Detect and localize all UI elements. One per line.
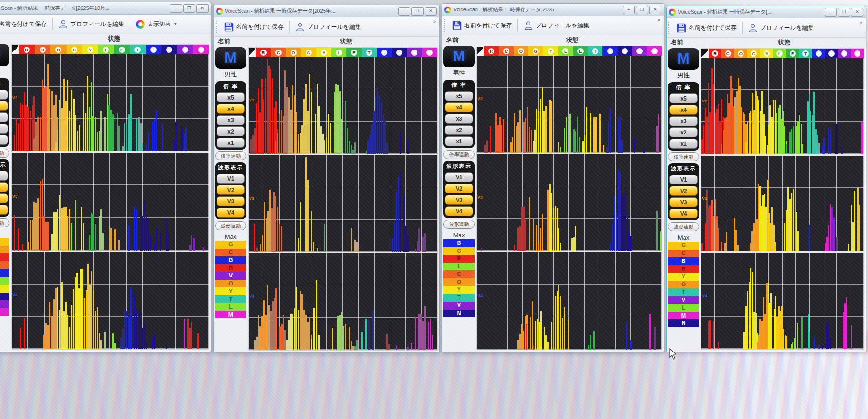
waveform-button-V1[interactable]: V1 xyxy=(669,175,698,184)
chip-letter: B xyxy=(607,48,613,54)
scale-button-x3[interactable]: x3 xyxy=(445,114,473,124)
scale-button-x1[interactable]: x1 xyxy=(669,139,698,149)
scale-link-button[interactable]: 倍率連動 xyxy=(443,150,475,159)
spectrum-bar xyxy=(555,206,556,251)
waveform-link-button[interactable]: 波形連動 xyxy=(668,222,699,231)
waveform-button-V2[interactable]: V2 xyxy=(0,182,8,192)
minimize-button[interactable]: – xyxy=(398,7,410,16)
scale-link-button[interactable]: 倍率連動 xyxy=(215,151,246,160)
spectrum-bar xyxy=(610,108,611,153)
spectrum-bar xyxy=(63,207,65,250)
save-as-button[interactable]: 名前を付けて保存 xyxy=(674,21,739,34)
minimize-button[interactable]: – xyxy=(623,6,635,14)
toolbar-grip[interactable] xyxy=(668,22,671,34)
scale-button-x1[interactable]: x1 xyxy=(0,135,8,145)
minimize-button[interactable]: – xyxy=(825,8,837,17)
scale-button-x2[interactable]: x2 xyxy=(217,126,245,136)
scale-button-x5[interactable]: x5 xyxy=(217,92,245,102)
scale-button-x3[interactable]: x3 xyxy=(0,112,8,122)
spectrum-bar xyxy=(517,122,519,153)
spectrum-bar xyxy=(175,122,177,152)
waveform-button-V3[interactable]: V3 xyxy=(445,195,473,205)
max-legend-chip-B: B xyxy=(668,257,699,265)
waveform-button-V3[interactable]: V3 xyxy=(217,196,245,206)
spectrum-bar xyxy=(67,333,68,349)
edit-profile-button[interactable]: プロフィールを編集 xyxy=(56,17,127,31)
toolbar-grip[interactable] xyxy=(444,19,447,32)
scale-panel: 倍 率 x5x4x3x2x1 xyxy=(668,82,699,151)
toolbar-overflow-chevron[interactable]: » xyxy=(656,17,662,23)
scale-button-x4[interactable]: x4 xyxy=(669,105,698,115)
spectrum-bar xyxy=(57,130,58,151)
waveform-button-V2[interactable]: V2 xyxy=(217,185,245,195)
waveform-link-button[interactable]: 波形連動 xyxy=(215,221,246,230)
waveform-button-V2[interactable]: V2 xyxy=(669,186,698,196)
waveform-button-V4[interactable]: V4 xyxy=(217,208,245,218)
view-toggle-button[interactable]: 表示切替 ▼ xyxy=(133,18,180,31)
waveform-button-V4[interactable]: V4 xyxy=(445,206,473,216)
close-button[interactable]: ✕ xyxy=(649,6,661,14)
scale-button-x2[interactable]: x2 xyxy=(669,127,698,137)
waveform-button-V2[interactable]: V2 xyxy=(445,184,473,193)
spectrum-bar xyxy=(97,144,98,152)
close-button[interactable]: ✕ xyxy=(425,7,437,16)
maximize-button[interactable]: ❐ xyxy=(411,7,424,16)
save-as-button[interactable]: 名前を付けて保存 xyxy=(221,20,286,34)
scale-button-x4[interactable]: x4 xyxy=(217,104,245,114)
scale-button-x3[interactable]: x3 xyxy=(217,115,245,125)
spectrum-bar xyxy=(499,117,501,152)
waveform-button-V1[interactable]: V1 xyxy=(0,171,8,181)
titlebar[interactable]: VoiceScan - 解析結果 一時保存データ[2025年... – ❐ ✕ xyxy=(214,5,439,17)
chip-letter: B xyxy=(150,47,157,53)
close-button[interactable]: ✕ xyxy=(196,4,209,13)
maximize-button[interactable]: ❐ xyxy=(838,8,850,17)
minimize-button[interactable]: – xyxy=(170,4,182,13)
toolbar-grip[interactable] xyxy=(216,21,218,33)
waveform-button-V4[interactable]: V4 xyxy=(0,205,8,215)
save-as-button[interactable]: 名前を付けて保存 xyxy=(0,17,50,31)
titlebar[interactable]: VoiceScan - 解析結果 一時保存データ[... – ❐ ✕ xyxy=(667,6,866,18)
close-button[interactable]: ✕ xyxy=(851,8,863,17)
scale-link-button[interactable]: 倍率連動 xyxy=(0,149,9,158)
spectrum-panel-V4: V4 xyxy=(249,253,437,350)
scale-button-x5[interactable]: x5 xyxy=(0,90,8,100)
waveform-button-V1[interactable]: V1 xyxy=(445,172,473,182)
scale-button-x5[interactable]: x5 xyxy=(445,91,473,101)
scale-button-x4[interactable]: x4 xyxy=(445,102,473,112)
spectrum-bar xyxy=(93,290,94,349)
scale-button-x2[interactable]: x2 xyxy=(0,124,8,134)
waveform-button-V3[interactable]: V3 xyxy=(669,197,698,207)
toolbar-overflow-chevron[interactable]: » xyxy=(858,19,864,25)
waveform-link-button[interactable]: 波形連動 xyxy=(443,220,475,229)
voice-color-header-row: RCOGYLETBNVM xyxy=(12,45,209,54)
edit-profile-button[interactable]: プロフィールを編集 xyxy=(745,21,817,34)
edit-profile-button[interactable]: プロフィールを編集 xyxy=(521,19,592,32)
spectrum-bar xyxy=(146,342,147,349)
scale-button-x5[interactable]: x5 xyxy=(669,93,698,103)
toolbar-overflow-chevron[interactable]: » xyxy=(432,18,437,24)
waveform-button-V4[interactable]: V4 xyxy=(669,209,698,218)
voice-color-chip-O: O xyxy=(734,49,747,58)
waveform-button-V1[interactable]: V1 xyxy=(217,174,245,184)
titlebar[interactable]: VoiceScan - 解析結果 一時保存データ[2025年10月... – ❐… xyxy=(0,2,211,15)
titlebar[interactable]: VoiceScan - 解析結果 一時保存データ[2025... – ❐ ✕ xyxy=(442,4,664,16)
save-as-button[interactable]: 名前を付けて保存 xyxy=(450,19,515,32)
scale-button-x2[interactable]: x2 xyxy=(445,125,473,135)
scale-link-button[interactable]: 倍率連動 xyxy=(668,152,699,161)
spectrum-bar xyxy=(599,114,601,153)
waveform-panel: 波形表示 V1V2V3V4 xyxy=(443,161,475,218)
maximize-button[interactable]: ❐ xyxy=(183,4,195,13)
waveform-button-V3[interactable]: V3 xyxy=(0,193,8,203)
spectrum-bar xyxy=(279,224,280,252)
scale-button-x3[interactable]: x3 xyxy=(669,116,698,126)
spectrum-bar xyxy=(71,305,72,349)
edit-profile-button[interactable]: プロフィールを編集 xyxy=(292,20,364,34)
spectrum-bar xyxy=(84,298,85,349)
waveform-link-button[interactable]: 波形連動 xyxy=(0,218,9,227)
maximize-button[interactable]: ❐ xyxy=(636,6,648,14)
scale-button-x4[interactable]: x4 xyxy=(0,101,8,111)
scale-button-x1[interactable]: x1 xyxy=(217,138,245,148)
scale-button-x1[interactable]: x1 xyxy=(445,136,473,146)
spectrum-bar xyxy=(400,171,401,252)
spectrum-bar xyxy=(83,93,84,151)
